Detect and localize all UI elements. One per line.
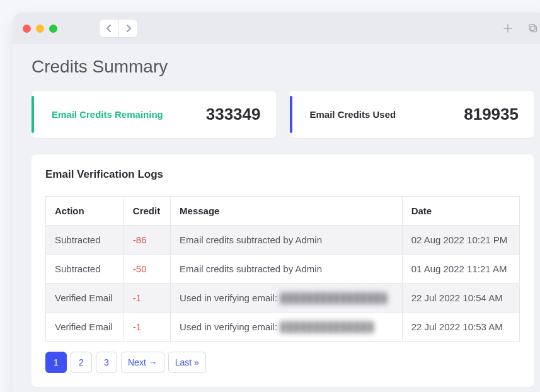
table-row: Subtracted -86 Email credits subtracted … <box>46 226 520 255</box>
window-titlebar <box>13 13 540 44</box>
table-row: Verified Email -1 Used in verifying emai… <box>46 284 520 313</box>
cell-message: Used in verifying email: ███████████████… <box>171 284 403 313</box>
col-date: Date <box>402 197 519 226</box>
table-row: Verified Email -1 Used in verifying emai… <box>46 313 520 342</box>
chevron-left-icon <box>106 25 112 32</box>
logs-table: Action Credit Message Date Subtracted -8… <box>45 196 520 342</box>
logs-panel: Email Verification Logs Action Credit Me… <box>32 154 534 387</box>
minimize-window-button[interactable] <box>36 25 44 33</box>
card-credits-used: Email Credits Used 819935 <box>290 91 534 138</box>
card-accent <box>290 96 292 133</box>
col-credit: Credit <box>124 197 170 226</box>
cell-date: 02 Aug 2022 10:21 PM <box>402 226 519 255</box>
nav-buttons <box>99 19 138 38</box>
card-accent <box>32 96 34 133</box>
page-title: Credits Summary <box>32 57 534 77</box>
plus-icon <box>503 23 513 33</box>
cell-message: Used in verifying email: ██████████████ <box>171 313 403 342</box>
cell-action: Subtracted <box>46 255 124 284</box>
cell-date: 01 Aug 2022 11:21 AM <box>402 255 519 284</box>
card-label: Email Credits Used <box>310 109 396 120</box>
copy-button[interactable] <box>524 19 540 38</box>
window-controls <box>23 25 57 33</box>
cell-credit: -1 <box>124 284 170 313</box>
card-credits-remaining: Email Credits Remaining 333349 <box>32 91 276 138</box>
card-value: 819935 <box>464 105 519 124</box>
page-next-button[interactable]: Next → <box>121 352 164 373</box>
cell-action: Verified Email <box>46 284 124 313</box>
cell-action: Subtracted <box>46 226 124 255</box>
table-row: Subtracted -50 Email credits subtracted … <box>46 255 520 284</box>
page-2-button[interactable]: 2 <box>71 352 92 373</box>
cell-credit: -1 <box>124 313 170 342</box>
svg-rect-1 <box>529 25 535 30</box>
back-button[interactable] <box>100 20 118 37</box>
content-area: Credits Summary Email Credits Remaining … <box>13 44 540 392</box>
svg-rect-0 <box>531 26 537 32</box>
col-message: Message <box>171 197 403 226</box>
panel-title: Email Verification Logs <box>45 168 520 181</box>
cell-credit: -86 <box>124 226 170 255</box>
new-tab-button[interactable] <box>498 19 517 38</box>
summary-cards: Email Credits Remaining 333349 Email Cre… <box>32 91 534 138</box>
forward-button[interactable] <box>118 20 137 37</box>
table-header-row: Action Credit Message Date <box>46 197 520 226</box>
cell-action: Verified Email <box>46 313 124 342</box>
cell-message: Email credits subtracted by Admin <box>171 255 403 284</box>
card-value: 333349 <box>206 105 261 124</box>
cell-date: 22 Jul 2022 10:53 AM <box>402 313 519 342</box>
maximize-window-button[interactable] <box>49 25 57 33</box>
copy-icon <box>528 23 538 33</box>
chevron-right-icon <box>125 25 132 32</box>
close-window-button[interactable] <box>23 25 31 33</box>
cell-message: Email credits subtracted by Admin <box>171 226 403 255</box>
page-3-button[interactable]: 3 <box>96 352 117 373</box>
app-window: Credits Summary Email Credits Remaining … <box>13 13 540 392</box>
col-action: Action <box>46 197 124 226</box>
cell-credit: -50 <box>124 255 170 284</box>
cell-date: 22 Jul 2022 10:54 AM <box>402 284 519 313</box>
page-last-button[interactable]: Last » <box>168 352 206 373</box>
page-1-button[interactable]: 1 <box>45 352 67 373</box>
card-label: Email Credits Remaining <box>52 109 163 120</box>
pagination: 1 2 3 Next → Last » <box>45 352 520 373</box>
